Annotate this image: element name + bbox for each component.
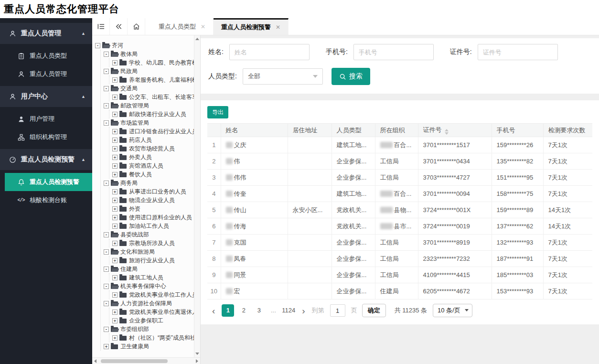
page-button[interactable]: 2 (238, 304, 249, 317)
expand-toggle-icon[interactable]: + (112, 77, 118, 83)
expand-toggle-icon[interactable]: + (112, 224, 118, 229)
page-button[interactable]: 1124 (282, 304, 295, 317)
expand-toggle-icon[interactable]: - (95, 43, 100, 48)
sidebar-item[interactable]: 重点人员检测预警 (5, 173, 92, 191)
confirm-button[interactable]: 确定 (362, 304, 386, 317)
tree-node-label[interactable]: 教体局 (120, 50, 138, 58)
export-button[interactable]: 导出 (207, 106, 228, 118)
tree-node-label[interactable]: 宗教场所涉及人员 (129, 239, 175, 247)
expand-toggle-icon[interactable]: + (112, 163, 118, 169)
tree-node-label[interactable]: 物流企业从业人员 (129, 196, 175, 204)
tree-node-label[interactable]: 商务局 (120, 179, 138, 187)
sidebar-item[interactable]: 用户管理 (0, 110, 92, 128)
tree-node-label[interactable]: 邮政管理局 (120, 102, 149, 110)
sort-icon[interactable] (445, 129, 449, 135)
expand-toggle-icon[interactable]: + (112, 95, 118, 100)
expand-toggle-icon[interactable]: + (112, 335, 118, 341)
tree-node-label[interactable]: 从事进出口业务的人员 (129, 188, 186, 196)
expand-toggle-icon[interactable]: + (112, 275, 118, 280)
sidebar-section[interactable]: 重点人员检测预警▲ (0, 149, 92, 170)
tree-node-label[interactable]: 外资 (129, 205, 140, 213)
text-input[interactable] (353, 44, 434, 60)
expand-toggle-icon[interactable]: + (112, 215, 118, 220)
expand-toggle-icon[interactable]: - (104, 103, 109, 108)
sidebar-item[interactable]: </>核酸检测台账 (0, 191, 92, 209)
expand-toggle-icon[interactable]: + (112, 198, 118, 203)
expand-toggle-icon[interactable]: + (112, 241, 118, 246)
tree-node-label[interactable]: 市场监管局 (120, 119, 149, 127)
expand-toggle-icon[interactable]: - (104, 52, 109, 57)
collapse-left-icon[interactable] (110, 18, 128, 35)
tree-node-label[interactable]: 邮政快递行业从业人员 (129, 110, 186, 118)
tree-node-label[interactable]: 人力资源社会保障局 (120, 300, 172, 308)
tree-node-label[interactable]: 党政机关事业单位工作人员 (129, 291, 194, 299)
expand-toggle-icon[interactable]: + (112, 112, 118, 117)
expand-toggle-icon[interactable]: - (104, 284, 109, 289)
expand-toggle-icon[interactable]: - (104, 267, 109, 272)
expand-toggle-icon[interactable]: + (104, 344, 109, 349)
expand-toggle-icon[interactable]: + (112, 138, 118, 143)
chevron-right-icon[interactable]: › (302, 306, 305, 315)
expand-toggle-icon[interactable]: + (112, 206, 118, 212)
expand-toggle-icon[interactable]: - (104, 181, 109, 186)
expand-toggle-icon[interactable]: - (104, 301, 109, 306)
sidebar-section[interactable]: 重点人员管理▲ (0, 23, 92, 44)
close-icon[interactable]: ✕ (276, 24, 280, 31)
expand-toggle-icon[interactable]: - (104, 327, 109, 332)
tree-node-label[interactable]: 加油站工作人员 (129, 222, 169, 230)
tree-node-label[interactable]: 使用进口原料企业的人员 (129, 214, 192, 222)
text-input[interactable] (478, 44, 558, 60)
scroll-down-icon[interactable] (195, 353, 199, 355)
tree-node-label[interactable]: 县委统战部 (120, 231, 149, 239)
tree-node-label[interactable]: 民政局 (120, 67, 138, 75)
tree-node-label[interactable]: 进口冷链食品行业从业人员 (129, 128, 194, 136)
tree-node-label[interactable]: 交通局 (120, 85, 138, 93)
tree-vertical-scrollbar[interactable] (194, 35, 200, 357)
expand-toggle-icon[interactable]: - (104, 120, 109, 126)
expand-toggle-icon[interactable]: + (112, 60, 118, 65)
tab[interactable]: 重点人员检测预警✕ (214, 18, 289, 35)
tree-node-label[interactable]: 齐河 (112, 42, 123, 50)
tree-node-label[interactable]: 住建局 (120, 265, 138, 273)
page-size-select[interactable]: 10 条/页 (433, 304, 472, 317)
person-type-select[interactable]: 全部 (243, 68, 323, 85)
tree-node-label[interactable]: 宾馆酒店人员 (129, 162, 163, 170)
expand-toggle-icon[interactable]: + (112, 129, 118, 134)
page-jump-input[interactable] (330, 304, 345, 317)
chevron-left-icon[interactable]: ‹ (212, 306, 215, 315)
expand-toggle-icon[interactable]: - (104, 232, 109, 237)
tree-node-label[interactable]: 建筑工地人员 (129, 274, 163, 282)
tree-node-label[interactable]: 农贸市场经营人员 (129, 145, 175, 153)
expand-toggle-icon[interactable]: + (112, 146, 118, 151)
sidebar-section[interactable]: 用户中心▲ (0, 86, 92, 107)
sidebar-item[interactable]: 重点人员管理 (0, 65, 92, 83)
page-button[interactable]: 3 (253, 304, 265, 317)
expand-toggle-icon[interactable]: + (112, 292, 118, 298)
tree-node-label[interactable]: 文化和旅游局 (120, 248, 155, 256)
tree-node-label[interactable]: 学校、幼儿园、民办教育机构 (129, 59, 194, 67)
expand-toggle-icon[interactable]: + (112, 172, 118, 177)
expand-toggle-icon[interactable]: + (112, 258, 118, 263)
tree-node-label[interactable]: 餐饮人员 (129, 171, 152, 179)
expand-toggle-icon[interactable]: + (112, 310, 118, 315)
close-icon[interactable]: ✕ (201, 23, 205, 30)
expand-toggle-icon[interactable]: + (112, 155, 118, 160)
tree-node-label[interactable]: 卫生健康局 (120, 343, 149, 351)
tree-node-label[interactable]: 外卖人员 (129, 153, 152, 161)
tree-node-label[interactable]: 市委组织部 (120, 325, 149, 333)
tree-node-label[interactable]: 机关事务保障中心 (120, 282, 166, 290)
tree-horizontal-scrollbar[interactable] (92, 357, 200, 364)
tree-node-label[interactable]: 药店人员 (129, 136, 152, 144)
search-button[interactable]: 搜索 (332, 68, 370, 85)
sidebar-item[interactable]: 重点人员类型 (0, 47, 92, 65)
tree-node-label[interactable]: 公交车、出租车、长途客车 (129, 93, 194, 101)
scroll-up-icon[interactable] (195, 38, 199, 40)
sidebar-item[interactable]: 组织机构管理 (0, 128, 92, 146)
tree-node-label[interactable]: 村（社区）“两委”成员和社区 (129, 334, 194, 342)
scrollbar-thumb[interactable] (101, 359, 168, 363)
scroll-left-icon[interactable] (94, 359, 96, 363)
text-input[interactable] (229, 44, 310, 60)
expand-toggle-icon[interactable]: + (112, 318, 118, 323)
tree-node-label[interactable]: 旅游行业从业人员 (129, 257, 175, 265)
expand-toggle-icon[interactable]: - (104, 69, 109, 74)
